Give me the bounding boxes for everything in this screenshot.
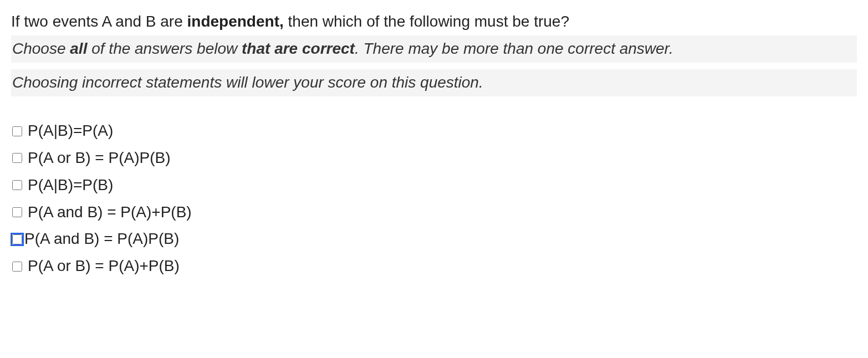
answer-option[interactable]: P(A and B) = P(A)+P(B) [11, 200, 857, 225]
answer-checkbox[interactable] [12, 234, 22, 244]
answer-list: P(A|B)=P(A) P(A or B) = P(A)P(B) P(A|B)=… [11, 119, 857, 279]
question-suffix: then which of the following must be true… [284, 13, 569, 30]
answer-checkbox[interactable] [12, 153, 22, 163]
instr1-suffix: . There may be more than one correct ans… [355, 40, 673, 57]
answer-label[interactable]: P(A|B)=P(B) [28, 173, 113, 198]
answer-label[interactable]: P(A|B)=P(A) [28, 119, 113, 144]
instr1-mid: of the answers below [87, 40, 242, 57]
answer-option[interactable]: P(A or B) = P(A)P(B) [11, 146, 857, 171]
question-bold: independent, [187, 13, 284, 30]
question-text: If two events A and B are independent, t… [11, 11, 857, 32]
answer-checkbox[interactable] [12, 126, 22, 136]
answer-checkbox[interactable] [12, 180, 22, 190]
answer-label[interactable]: P(A or B) = P(A)+P(B) [28, 254, 180, 279]
answer-option[interactable]: P(A|B)=P(B) [11, 173, 857, 198]
answer-checkbox[interactable] [12, 207, 22, 217]
instruction-penalty: Choosing incorrect statements will lower… [11, 69, 857, 96]
answer-label[interactable]: P(A or B) = P(A)P(B) [28, 146, 171, 171]
instr1-bold1: all [70, 40, 87, 57]
question-prefix: If two events A and B are [11, 13, 187, 30]
answer-label[interactable]: P(A and B) = P(A)+P(B) [28, 200, 192, 225]
instruction-choose-all: Choose all of the answers below that are… [11, 35, 857, 63]
answer-option[interactable]: P(A or B) = P(A)+P(B) [11, 254, 857, 279]
answer-label[interactable]: P(A and B) = P(A)P(B) [24, 227, 179, 252]
answer-option[interactable]: P(A and B) = P(A)P(B) [11, 227, 857, 252]
instr1-bold2: that are correct [242, 40, 355, 57]
instr1-prefix: Choose [12, 40, 70, 57]
answer-checkbox[interactable] [12, 262, 22, 272]
answer-option[interactable]: P(A|B)=P(A) [11, 119, 857, 144]
question-container: If two events A and B are independent, t… [0, 0, 868, 292]
